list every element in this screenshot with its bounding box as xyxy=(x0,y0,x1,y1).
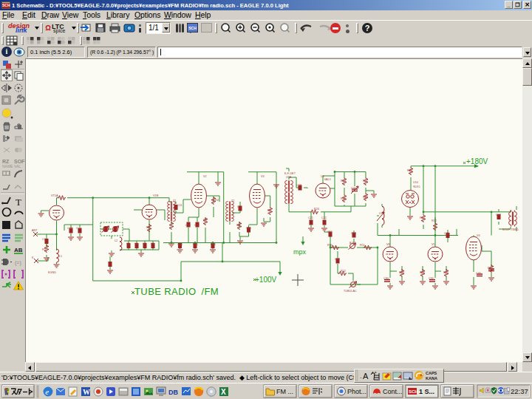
svg-text:C11: C11 xyxy=(177,204,183,207)
svg-text:R30: R30 xyxy=(407,169,412,172)
svg-text:R24: R24 xyxy=(314,208,319,211)
svg-text:U9A: U9A xyxy=(286,176,292,179)
svg-text:1 S...: 1 S... xyxy=(419,388,434,395)
svg-text:+100V: +100V xyxy=(255,276,277,284)
svg-text:C14: C14 xyxy=(177,243,183,246)
svg-text:KANA: KANA xyxy=(426,376,437,381)
svg-text:C7: C7 xyxy=(143,242,146,245)
svg-text:C15: C15 xyxy=(193,243,198,246)
svg-text:VAL: VAL xyxy=(14,164,21,168)
svg-text:C41: C41 xyxy=(444,232,449,235)
svg-text:TUBE RADIO /FM: TUBE RADIO /FM xyxy=(134,286,219,297)
svg-text:22:37: 22:37 xyxy=(511,387,528,395)
svg-text:R3: R3 xyxy=(146,226,150,229)
svg-text:6AL5: 6AL5 xyxy=(324,178,331,181)
svg-text:V4: V4 xyxy=(477,234,480,237)
svg-text:R35: R35 xyxy=(443,271,449,274)
svg-text:C10: C10 xyxy=(185,224,191,227)
svg-text:SCH: SCH xyxy=(409,389,418,394)
svg-text:KGND: KGND xyxy=(48,271,56,274)
svg-text:A: A xyxy=(363,372,369,381)
svg-text:C40: C40 xyxy=(476,272,481,275)
svg-text:+180V: +180V xyxy=(466,157,488,166)
svg-text:C: C xyxy=(237,205,239,208)
svg-text:Phot...: Phot... xyxy=(347,388,366,395)
svg-text:TUBULAC: TUBULAC xyxy=(344,290,357,293)
svg-text:C17: C17 xyxy=(496,214,501,216)
svg-text:C22: C22 xyxy=(321,216,327,219)
svg-text:Cont...: Cont... xyxy=(383,388,403,395)
svg-text:C5: C5 xyxy=(126,242,130,245)
svg-text:C20: C20 xyxy=(351,187,356,190)
svg-text:C51: C51 xyxy=(327,231,332,233)
svg-text:C18: C18 xyxy=(296,184,301,187)
svg-text:C31: C31 xyxy=(429,277,434,280)
svg-text:C13: C13 xyxy=(246,227,251,230)
svg-text:C: C xyxy=(76,227,78,230)
svg-text:R6: R6 xyxy=(236,224,240,227)
svg-text:C1: C1 xyxy=(42,238,46,241)
svg-text:8OUP-78W5: 8OUP-78W5 xyxy=(502,228,519,231)
svg-text:C8: C8 xyxy=(151,242,154,245)
svg-text:SOF: SOF xyxy=(14,159,25,164)
svg-text:R5: R5 xyxy=(203,219,207,222)
svg-text:R40: R40 xyxy=(488,267,493,270)
svg-text:T1: T1 xyxy=(173,200,176,202)
svg-text:R1: R1 xyxy=(42,248,46,251)
svg-text:R22: R22 xyxy=(363,180,368,183)
svg-text:C12: C12 xyxy=(194,224,200,227)
svg-text:DB: DB xyxy=(168,389,178,396)
svg-text:B.P.1: B.P.1 xyxy=(349,242,356,245)
svg-text:NAME: NAME xyxy=(2,164,13,168)
svg-text:AB: AB xyxy=(14,247,23,253)
svg-text:R31: R31 xyxy=(420,216,425,219)
svg-text:R4: R4 xyxy=(215,199,219,202)
svg-text:T2: T2 xyxy=(231,200,234,202)
svg-text:C30: C30 xyxy=(383,277,389,280)
svg-text:CAPS: CAPS xyxy=(426,371,437,375)
svg-text:T: T xyxy=(16,197,21,208)
svg-text:L2: L2 xyxy=(115,239,117,242)
svg-text:C6: C6 xyxy=(134,242,138,245)
svg-text:K-F-DET: K-F-DET xyxy=(284,172,296,175)
svg-text:V8: V8 xyxy=(386,243,390,246)
svg-text:FM ...: FM ... xyxy=(276,388,293,395)
svg-text:(=): (=) xyxy=(15,260,21,266)
svg-text:C16: C16 xyxy=(211,243,216,246)
svg-text:V5: V5 xyxy=(432,243,435,246)
svg-text:L9: L9 xyxy=(379,212,382,215)
svg-text:R23: R23 xyxy=(363,196,368,199)
svg-text:K: K xyxy=(32,256,34,259)
svg-text:C4P: C4P xyxy=(67,227,73,230)
svg-text:U9: U9 xyxy=(321,175,324,178)
svg-text:9DX5: 9DX5 xyxy=(413,185,420,188)
svg-text:R51: R51 xyxy=(360,244,365,247)
svg-text:W: W xyxy=(83,388,90,396)
svg-text:R32: R32 xyxy=(432,219,437,222)
svg-text:X: X xyxy=(221,388,226,396)
svg-text:V1B: V1B xyxy=(153,194,159,197)
svg-text:R34: R34 xyxy=(420,271,425,274)
svg-text:R33: R33 xyxy=(399,271,404,274)
svg-text:R20: R20 xyxy=(341,180,346,183)
svg-text:VT5A: VT5A xyxy=(51,194,58,197)
svg-text:C21: C21 xyxy=(308,216,313,219)
svg-text:mpx: mpx xyxy=(293,248,307,256)
svg-text:C50: C50 xyxy=(351,232,356,235)
svg-text:e: e xyxy=(45,387,49,396)
svg-text:R52: R52 xyxy=(341,270,346,273)
svg-text:R21: R21 xyxy=(341,197,346,200)
svg-text:V2: V2 xyxy=(203,175,207,178)
svg-text:R50: R50 xyxy=(327,244,332,247)
svg-text:RZ: RZ xyxy=(2,159,10,164)
svg-text:ANT: ANT xyxy=(32,229,38,232)
svg-text:L1: L1 xyxy=(59,255,62,258)
svg-text:C52: C52 xyxy=(335,258,340,261)
svg-text:․: ․ xyxy=(360,373,362,380)
svg-text:R8: R8 xyxy=(267,209,271,212)
svg-text:U10: U10 xyxy=(413,181,418,184)
svg-text:V3: V3 xyxy=(261,175,265,178)
